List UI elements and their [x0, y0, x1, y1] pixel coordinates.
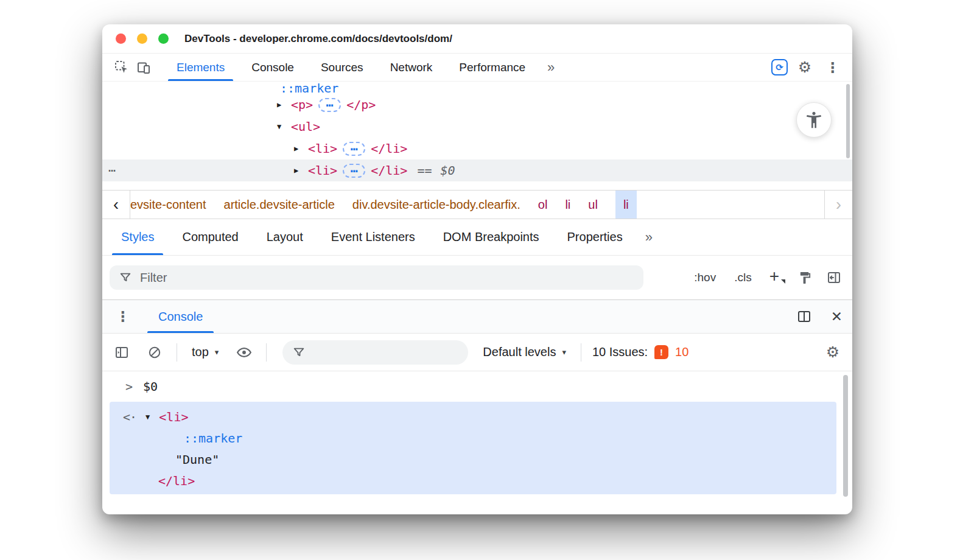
console-evaluated-expression[interactable]: > $0: [102, 371, 852, 402]
console-toolbar: top ▾ Default levels ▾: [102, 334, 852, 371]
breadcrumb-item-li-selected[interactable]: li: [615, 191, 637, 219]
toggle-hover-state-button[interactable]: :hov: [688, 267, 721, 288]
titlebar: DevTools - developer.chrome.com/docs/dev…: [102, 24, 852, 54]
scrollbar-thumb[interactable]: [846, 84, 850, 158]
expand-arrow-icon[interactable]: ▶: [294, 144, 308, 153]
tab-event-listeners[interactable]: Event Listeners: [317, 219, 429, 255]
inline-expand-button[interactable]: …: [343, 142, 365, 156]
overflow-indicator: ⋯: [108, 163, 117, 178]
extension-icon[interactable]: ⟳: [771, 59, 788, 75]
tab-console[interactable]: Console: [238, 54, 307, 81]
inspect-icon: [114, 60, 129, 75]
tab-properties[interactable]: Properties: [553, 219, 637, 255]
console-messages: > $0 <· ▼ <li> ::marker "Dune" </li>: [102, 371, 852, 514]
tab-performance[interactable]: Performance: [446, 54, 539, 81]
more-panels-button[interactable]: »: [539, 54, 563, 81]
format-paint-button[interactable]: [794, 267, 816, 289]
traffic-lights: [116, 33, 169, 44]
main-menu-kebab-icon[interactable]: ⋮: [822, 57, 844, 79]
scrollbar-thumb[interactable]: [843, 375, 848, 497]
result-node-open[interactable]: <· ▼ <li>: [110, 406, 836, 427]
tab-dom-breakpoints[interactable]: DOM Breakpoints: [429, 219, 553, 255]
styles-tab-bar: Styles Computed Layout Event Listeners D…: [102, 219, 852, 256]
dom-node-li-1[interactable]: ▶ <li> … </li>: [102, 138, 852, 159]
styles-filter-controls: :hov .cls +: [688, 267, 845, 289]
breadcrumb-items: evsite-content article.devsite-article d…: [130, 191, 824, 219]
tag-close: </li>: [371, 163, 407, 178]
tab-elements[interactable]: Elements: [163, 54, 238, 81]
inline-expand-button[interactable]: …: [343, 164, 365, 178]
console-settings-gear-icon[interactable]: ⚙: [822, 341, 844, 363]
device-toolbar-button[interactable]: [133, 57, 155, 79]
caret-down-icon: ▾: [562, 348, 566, 357]
tag-open: <li>: [308, 163, 337, 178]
caret-down-icon: ▾: [215, 348, 219, 357]
drawer-controls: ✕: [793, 306, 843, 327]
breadcrumb-item-article-body[interactable]: div.devsite-article-body.clearfix.: [352, 198, 520, 212]
minimize-window-button[interactable]: [137, 33, 147, 44]
dom-node-marker-clipped[interactable]: ::marker: [102, 82, 852, 94]
split-panel-button[interactable]: [793, 306, 815, 327]
log-levels-selector[interactable]: Default levels ▾: [479, 345, 570, 359]
console-filter[interactable]: [282, 340, 468, 365]
close-window-button[interactable]: [116, 33, 126, 44]
accessibility-fab[interactable]: [796, 102, 832, 138]
execution-context-selector[interactable]: top ▾: [188, 345, 222, 359]
expand-arrow-icon[interactable]: ▶: [294, 166, 308, 175]
dom-node-ul[interactable]: ▼ <ul>: [102, 116, 852, 138]
console-sidebar-icon: [114, 345, 129, 360]
expand-arrow-icon[interactable]: ▶: [277, 100, 291, 109]
inspect-element-button[interactable]: [111, 57, 133, 79]
tab-layout[interactable]: Layout: [253, 219, 317, 255]
tab-computed[interactable]: Computed: [168, 219, 252, 255]
context-label: top: [192, 345, 209, 359]
close-drawer-button[interactable]: ✕: [831, 309, 843, 324]
divider: [177, 343, 177, 362]
collapse-arrow-icon[interactable]: ▼: [277, 122, 291, 131]
breadcrumb-item-devsite-content[interactable]: evsite-content: [130, 198, 206, 212]
drawer-menu-kebab-icon[interactable]: ⋮: [112, 306, 134, 327]
tab-network[interactable]: Network: [377, 54, 446, 81]
equals-sign: ==: [417, 163, 432, 178]
toggle-styles-sidebar-button[interactable]: [823, 267, 845, 289]
levels-label: Default levels: [483, 345, 556, 359]
styles-filter-bar: :hov .cls +: [102, 256, 852, 299]
console-filter-input[interactable]: [312, 345, 458, 359]
dom-node-li-selected[interactable]: ⋯ ▶ <li> … </li> == $0: [102, 159, 852, 181]
dom-node-p[interactable]: ▶ <p> … </p>: [102, 94, 852, 116]
tab-sources[interactable]: Sources: [307, 54, 377, 81]
clear-console-button[interactable]: [144, 341, 166, 363]
styles-filter-input[interactable]: [140, 271, 634, 285]
issues-button[interactable]: 10 Issues: ! 10: [592, 345, 688, 359]
breadcrumb-item-li[interactable]: li: [565, 198, 570, 212]
inline-expand-button[interactable]: …: [318, 98, 341, 112]
zoom-window-button[interactable]: [158, 33, 169, 44]
console-sidebar-button[interactable]: [111, 341, 133, 363]
breadcrumb-item-ol[interactable]: ol: [538, 198, 548, 212]
styles-filter[interactable]: [110, 265, 643, 290]
breadcrumb-forward-button[interactable]: ›: [824, 191, 852, 219]
tag-close: </li>: [158, 474, 195, 488]
breadcrumb-back-button[interactable]: ‹: [102, 191, 130, 219]
issues-label: 10 Issues:: [592, 345, 648, 359]
create-live-expression-button[interactable]: [233, 341, 255, 363]
more-style-tabs-button[interactable]: »: [637, 219, 661, 255]
clear-console-icon: [147, 345, 162, 360]
toggle-element-classes-button[interactable]: .cls: [729, 267, 757, 288]
settings-gear-icon[interactable]: ⚙: [794, 57, 816, 79]
panel-tabs: Elements Console Sources Network Perform…: [163, 54, 563, 81]
tag-close: </p>: [346, 97, 376, 112]
filter-funnel-icon: [292, 346, 306, 359]
tab-console-drawer[interactable]: Console: [142, 300, 219, 333]
breadcrumb-item-article[interactable]: article.devsite-article: [224, 198, 335, 212]
window-title: DevTools - developer.chrome.com/docs/dev…: [184, 33, 452, 45]
new-style-rule-button[interactable]: +: [765, 267, 787, 289]
collapse-arrow-icon[interactable]: ▼: [145, 413, 150, 421]
result-node-close: </li>: [110, 470, 836, 491]
devtools-window: DevTools - developer.chrome.com/docs/dev…: [102, 24, 852, 514]
console-result[interactable]: <· ▼ <li> ::marker "Dune" </li>: [110, 402, 836, 494]
tag-open: <li>: [308, 141, 337, 156]
expression-text: $0: [143, 379, 158, 394]
breadcrumb-item-ul[interactable]: ul: [588, 198, 598, 212]
tab-styles[interactable]: Styles: [107, 219, 168, 255]
